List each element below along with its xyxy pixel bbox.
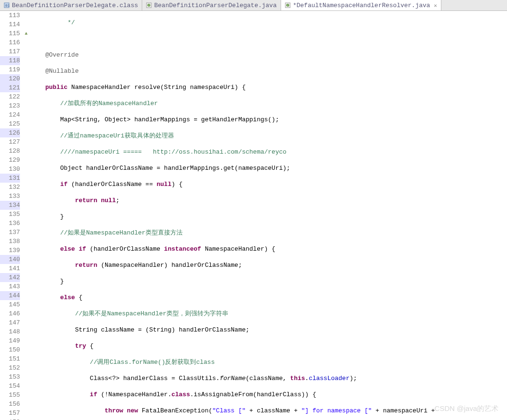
- close-icon[interactable]: ✕: [434, 2, 437, 9]
- tab-file-2[interactable]: J BeanDefinitionParserDelegate.java: [142, 0, 281, 10]
- class-file-icon: 010: [4, 2, 10, 8]
- tab-file-3-active[interactable]: J *DefaultNamespaceHandlerResolver.java …: [281, 0, 441, 10]
- tab-label: *DefaultNamespaceHandlerResolver.java: [293, 2, 430, 9]
- tab-label: BeanDefinitionParserDelegate.java: [154, 2, 276, 9]
- code-editor[interactable]: 1131141151161171181191201211221231241251…: [0, 11, 507, 420]
- code-area[interactable]: */ @Override @Nullable public NamespaceH…: [30, 11, 507, 420]
- marker-column: ▲: [22, 11, 30, 420]
- line-number-gutter: 1131141151161171181191201211221231241251…: [0, 11, 22, 420]
- tab-label: BeanDefinitionParserDelegate.class: [12, 2, 138, 9]
- svg-text:010: 010: [5, 3, 10, 8]
- java-file-icon: J: [146, 2, 152, 8]
- java-file-icon: J: [285, 2, 291, 8]
- tab-file-1[interactable]: 010 BeanDefinitionParserDelegate.class: [0, 0, 142, 10]
- editor-tabs: 010 BeanDefinitionParserDelegate.class J…: [0, 0, 507, 11]
- svg-text:J: J: [148, 4, 150, 7]
- svg-text:J: J: [287, 4, 289, 7]
